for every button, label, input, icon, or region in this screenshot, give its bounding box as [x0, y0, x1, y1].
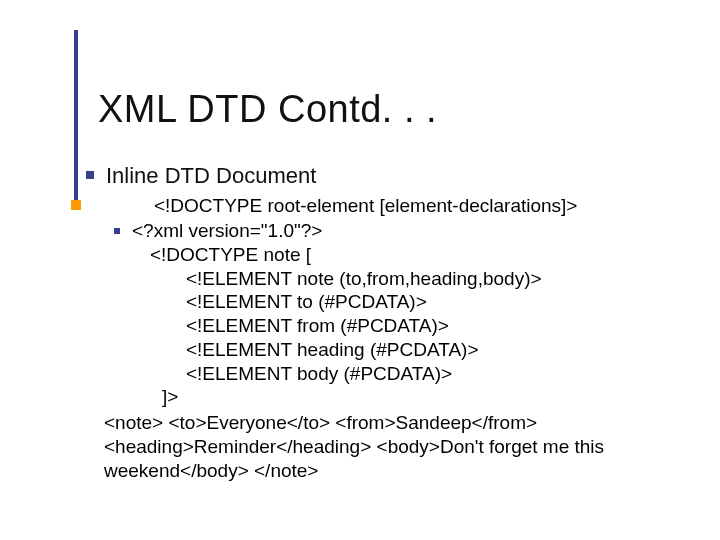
bullet-level1-text: Inline DTD Document [106, 163, 316, 189]
bullet-level1: Inline DTD Document [86, 163, 686, 189]
code-line: <!ELEMENT body (#PCDATA)> [186, 362, 542, 386]
bullet-level2: <?xml version="1.0"?> <!DOCTYPE note [ <… [114, 219, 686, 409]
dtd-syntax-line: <!DOCTYPE root-element [element-declarat… [154, 195, 686, 217]
slide-body: Inline DTD Document <!DOCTYPE root-eleme… [86, 163, 686, 482]
code-line: <!ELEMENT note (to,from,heading,body)> [186, 267, 542, 291]
code-line: <!DOCTYPE note [ [150, 243, 542, 267]
accent-bar [74, 30, 78, 200]
accent-square [71, 200, 81, 210]
code-line: <?xml version="1.0"?> [132, 219, 542, 243]
square-bullet-icon [114, 228, 120, 234]
code-line: <!ELEMENT to (#PCDATA)> [186, 290, 542, 314]
square-bullet-icon [86, 171, 94, 179]
slide-title: XML DTD Contd. . . [98, 88, 437, 131]
code-line: <!ELEMENT heading (#PCDATA)> [186, 338, 542, 362]
code-line: ]> [162, 385, 542, 409]
code-block: <?xml version="1.0"?> <!DOCTYPE note [ <… [132, 219, 542, 409]
code-line: <!ELEMENT from (#PCDATA)> [186, 314, 542, 338]
slide: XML DTD Contd. . . Inline DTD Document <… [0, 0, 720, 540]
xml-example: <note> <to>Everyone</to> <from>Sandeep</… [104, 411, 684, 482]
